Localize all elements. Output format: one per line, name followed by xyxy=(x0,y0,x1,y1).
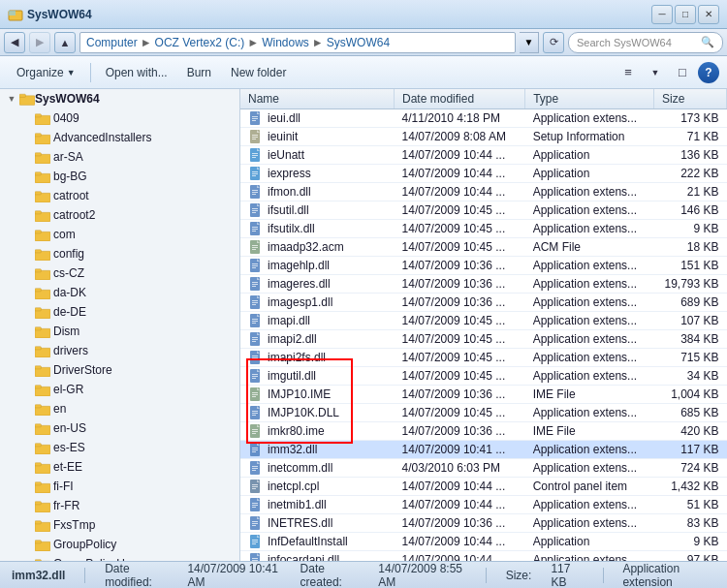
sidebar-item[interactable]: cs-CZ xyxy=(0,263,239,283)
view-dropdown-button[interactable]: ▼ xyxy=(644,62,667,83)
crumb-drive[interactable]: OCZ Vertex2 (C:) xyxy=(155,36,245,49)
sidebar-item[interactable]: drivers xyxy=(0,341,239,360)
sidebar-item[interactable]: 0409 xyxy=(0,108,239,128)
sidebar-item[interactable]: GroupPolicyUsers xyxy=(0,554,239,561)
help-button[interactable]: ? xyxy=(698,62,719,83)
file-type: Application extens... xyxy=(525,201,654,220)
table-row[interactable]: inetcpl.cpl 14/07/2009 10:44 ... Control… xyxy=(240,478,727,496)
col-name[interactable]: Name xyxy=(240,89,395,109)
sidebar-item[interactable]: el-GR xyxy=(0,380,239,399)
svg-rect-91 xyxy=(252,192,258,193)
table-row[interactable]: imapi.dll 14/07/2009 10:45 ... Applicati… xyxy=(240,312,727,330)
crumb-windows[interactable]: Windows xyxy=(262,36,309,49)
new-folder-button[interactable]: New folder xyxy=(222,60,295,85)
expand-icon xyxy=(19,440,35,455)
file-type: Application xyxy=(525,146,654,165)
refresh-button[interactable]: ⟳ xyxy=(543,32,564,53)
file-date: 14/07/2009 10:41 ... xyxy=(395,441,525,459)
svg-rect-70 xyxy=(252,116,258,117)
table-row[interactable]: IMJP10.IME 14/07/2009 10:36 ... IME File… xyxy=(240,386,727,404)
sidebar-item[interactable]: de-DE xyxy=(0,302,239,322)
svg-rect-97 xyxy=(252,212,256,213)
search-box[interactable]: Search SysWOW64 🔍 xyxy=(568,32,723,53)
sidebar-item-label: fi-FI xyxy=(53,480,74,493)
table-row[interactable]: imapi2fs.dll 14/07/2009 10:45 ... Applic… xyxy=(240,349,727,367)
sidebar-item[interactable]: ar-SA xyxy=(0,147,239,167)
svg-rect-45 xyxy=(35,501,41,504)
close-button[interactable]: ✕ xyxy=(698,5,719,24)
sidebar-root[interactable]: ▼ SysWOW64 xyxy=(0,89,239,108)
svg-rect-41 xyxy=(35,462,41,465)
sidebar-item[interactable]: AdvancedInstallers xyxy=(0,128,239,147)
table-row[interactable]: imapi2.dll 14/07/2009 10:45 ... Applicat… xyxy=(240,330,727,349)
forward-button[interactable]: ▶ xyxy=(29,32,50,53)
sidebar-item[interactable]: fr-FR xyxy=(0,496,239,515)
expand-icon xyxy=(19,246,35,262)
file-type: Application extens... xyxy=(525,183,654,201)
table-row[interactable]: ieui.dll 4/11/2010 4:18 PM Application e… xyxy=(240,109,727,128)
maximize-button[interactable]: □ xyxy=(675,5,696,24)
sidebar-item[interactable]: catroot xyxy=(0,186,239,205)
file-size: 420 KB xyxy=(654,422,727,441)
table-row[interactable]: ifmon.dll 14/07/2009 10:44 ... Applicati… xyxy=(240,183,727,201)
table-row[interactable]: ifsutil.dll 14/07/2009 10:45 ... Applica… xyxy=(240,201,727,220)
col-type[interactable]: Type xyxy=(525,89,654,109)
sidebar-item[interactable]: et-EE xyxy=(0,457,239,477)
expand-icon xyxy=(19,362,35,378)
up-button[interactable]: ▲ xyxy=(54,32,76,53)
view-options-button[interactable]: ≡ xyxy=(616,62,640,83)
sidebar-item[interactable]: es-ES xyxy=(0,438,239,457)
file-icon xyxy=(248,276,264,292)
col-size[interactable]: Size xyxy=(654,89,727,109)
crumb-syswow64[interactable]: SysWOW64 xyxy=(327,36,390,49)
svg-rect-172 xyxy=(252,488,256,489)
sidebar-item[interactable]: catroot2 xyxy=(0,205,239,225)
table-row[interactable]: ieUnatt 14/07/2009 10:44 ... Application… xyxy=(240,146,727,165)
file-size: 222 KB xyxy=(654,165,727,183)
table-row[interactable]: imagesp1.dll 14/07/2009 10:36 ... Applic… xyxy=(240,294,727,312)
table-row[interactable]: inetcomm.dll 4/03/2010 6:03 PM Applicati… xyxy=(240,459,727,478)
table-row[interactable]: imm32.dll 14/07/2009 10:41 ... Applicati… xyxy=(240,441,727,459)
sidebar-item[interactable]: da-DK xyxy=(0,283,239,302)
svg-rect-136 xyxy=(252,357,258,358)
table-row[interactable]: imaadp32.acm 14/07/2009 10:45 ... ACM Fi… xyxy=(240,238,727,257)
table-row[interactable]: imageres.dll 14/07/2009 10:36 ... Applic… xyxy=(240,275,727,294)
col-date[interactable]: Date modified xyxy=(395,89,525,109)
svg-rect-27 xyxy=(35,326,41,329)
sidebar-item[interactable]: DriverStore xyxy=(0,360,239,380)
address-path[interactable]: Computer ► OCZ Vertex2 (C:) ► Windows ► … xyxy=(79,32,516,53)
svg-rect-3 xyxy=(19,94,25,97)
minimize-button[interactable]: ─ xyxy=(651,5,673,24)
table-row[interactable]: iexpress 14/07/2009 10:44 ... Applicatio… xyxy=(240,165,727,183)
sidebar-item[interactable]: en-US xyxy=(0,418,239,438)
file-list[interactable]: Name Date modified Type Size xyxy=(240,89,727,561)
sidebar-item[interactable]: com xyxy=(0,225,239,244)
table-row[interactable]: imkr80.ime 14/07/2009 10:36 ... IME File… xyxy=(240,422,727,441)
table-row[interactable]: InfDefaultInstall 14/07/2009 10:44 ... A… xyxy=(240,533,727,551)
svg-rect-131 xyxy=(252,339,258,340)
table-row[interactable]: IMJP10K.DLL 14/07/2009 10:45 ... Applica… xyxy=(240,404,727,422)
table-row[interactable]: ieuinit 14/07/2009 8:08 AM Setup Informa… xyxy=(240,128,727,146)
sidebar-item[interactable]: FxsTmp xyxy=(0,515,239,535)
sidebar-item[interactable]: config xyxy=(0,244,239,263)
sidebar-item[interactable]: bg-BG xyxy=(0,167,239,186)
table-row[interactable]: inetmib1.dll 14/07/2009 10:44 ... Applic… xyxy=(240,496,727,514)
svg-rect-177 xyxy=(252,507,256,508)
sidebar-item[interactable]: GroupPolicy xyxy=(0,535,239,554)
sidebar-item[interactable]: fi-FI xyxy=(0,477,239,496)
table-row[interactable]: ifsutilx.dll 14/07/2009 10:45 ... Applic… xyxy=(240,220,727,238)
address-dropdown[interactable]: ▼ xyxy=(520,32,539,53)
table-row[interactable]: INETRES.dll 14/07/2009 10:36 ... Applica… xyxy=(240,514,727,533)
table-row[interactable]: imagehlp.dll 14/07/2009 10:36 ... Applic… xyxy=(240,257,727,275)
burn-button[interactable]: Burn xyxy=(178,60,220,85)
table-row[interactable]: infocardapi.dll 14/07/2009 10:44 ... App… xyxy=(240,551,727,562)
back-button[interactable]: ◀ xyxy=(4,32,25,53)
table-row[interactable]: imgutil.dll 14/07/2009 10:45 ... Applica… xyxy=(240,367,727,386)
open-with-button[interactable]: Open with... xyxy=(97,60,176,85)
preview-pane-button[interactable]: □ xyxy=(671,62,694,83)
sidebar-item[interactable]: Dism xyxy=(0,322,239,341)
sidebar-item[interactable]: en xyxy=(0,399,239,418)
file-name: imkr80.ime xyxy=(268,424,325,438)
crumb-computer[interactable]: Computer xyxy=(86,36,138,49)
organize-button[interactable]: Organize ▼ xyxy=(8,60,84,85)
